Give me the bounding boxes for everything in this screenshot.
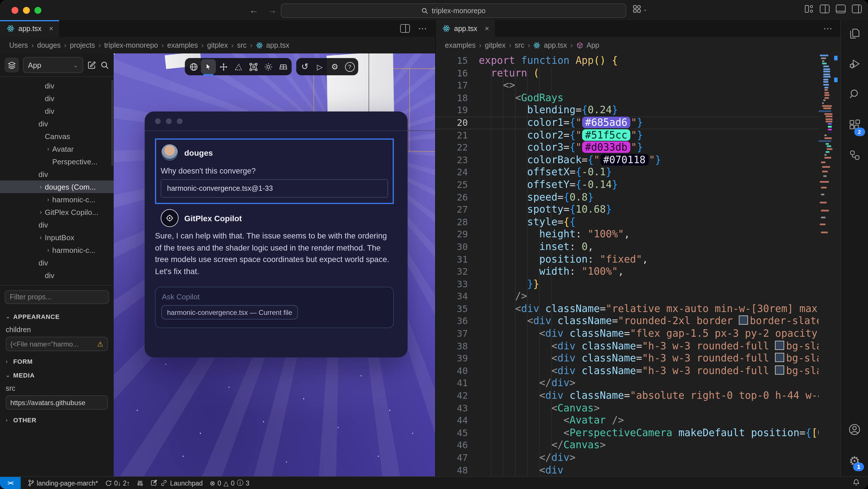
code-line[interactable]: 38 <div className="h-3 w-3 rounded-full … [436, 340, 818, 352]
code-line[interactable]: 40 <div className="h-3 w-3 rounded-full … [436, 365, 818, 377]
references-icon[interactable] [848, 149, 861, 164]
code-line[interactable]: 22 color3={"#d033db"} [436, 141, 818, 154]
traffic-close-button[interactable] [11, 7, 19, 13]
code-line[interactable]: 21 color2={"#51f5cc"} [436, 129, 818, 141]
tree-item[interactable]: div [0, 218, 114, 231]
profiles-button[interactable]: ⌄ [632, 5, 647, 13]
breadcrumb-item[interactable]: Users [9, 41, 28, 49]
tree-item[interactable]: ›GitPlex Copilo... [0, 206, 114, 218]
component-select[interactable]: App ⌄ [23, 57, 83, 73]
tree-item[interactable]: ›Avatar [0, 143, 114, 155]
tree-item[interactable]: div [0, 117, 114, 130]
settings-button[interactable]: ⚙︎ [327, 59, 342, 74]
code-line[interactable]: 47 </div> [436, 452, 818, 464]
current-file-chip[interactable]: harmonic-convergence.tsx — Current file [161, 305, 298, 319]
code-line[interactable]: 32 width: "100%", [436, 265, 818, 278]
code-line[interactable]: 28 style={{ [436, 216, 818, 228]
code-line[interactable]: 44 <Avatar /> [436, 414, 818, 427]
tree-item[interactable]: ›harmonic-c... [0, 193, 114, 206]
breadcrumb-item[interactable]: src [515, 41, 524, 49]
chevron-right-icon[interactable]: › [37, 209, 45, 215]
scale-tool-button[interactable] [231, 59, 246, 74]
extensions-icon[interactable]: 2 [848, 118, 861, 133]
ask-copilot-input[interactable]: Ask Copilot harmonic-convergence.tsx — C… [155, 287, 394, 328]
code-line[interactable]: 17 <> [436, 79, 818, 92]
overview-ruler[interactable] [832, 53, 840, 477]
tree-item[interactable]: div [0, 256, 114, 269]
tree-item[interactable]: ›douges (Com... [0, 180, 114, 193]
forward-button[interactable]: → [268, 5, 277, 15]
breadcrumb-item[interactable]: gitplex [207, 41, 228, 49]
breadcrumb-item[interactable]: src [237, 41, 247, 49]
tree-item[interactable]: div [0, 79, 114, 92]
transform-tool-button[interactable] [246, 59, 260, 74]
search-elements-button[interactable] [100, 61, 109, 69]
more-actions-icon[interactable]: ⋯ [418, 23, 428, 34]
tab-close-icon[interactable]: × [49, 24, 53, 33]
code-line[interactable]: 29 height: "100%", [436, 228, 818, 241]
traffic-zoom-button[interactable] [34, 7, 41, 13]
launchpad-status[interactable]: Launchpad [151, 479, 203, 487]
filter-props-input[interactable]: Filter props... [5, 290, 109, 304]
toggle-secondary-sidebar-button[interactable] [852, 5, 862, 13]
code-editor[interactable]: 15export function App() {16 return (17 <… [436, 53, 818, 477]
section-other[interactable]: › OTHER [6, 416, 108, 424]
tree-item[interactable]: ›InputBox [0, 231, 114, 243]
code-line[interactable]: 39 <div className="h-3 w-3 rounded-full … [436, 352, 818, 365]
breadcrumb-item[interactable]: projects [70, 41, 95, 49]
back-button[interactable]: ← [249, 5, 258, 15]
code-line[interactable]: 42 <div className="absolute right-0 top-… [436, 390, 818, 402]
tab-close-icon[interactable]: × [485, 24, 489, 33]
file-reference-chip[interactable]: harmonic-convergence.tsx@1-33 [161, 179, 388, 198]
settings-gear-icon[interactable]: ⚙︎ 1 [849, 454, 860, 468]
code-line[interactable]: 27 spotty={10.68} [436, 203, 818, 216]
tree-item[interactable]: div [0, 92, 114, 105]
tree-item[interactable]: div [0, 168, 114, 180]
tree-item[interactable]: ›harmonic-c... [0, 243, 114, 256]
code-line[interactable]: 18 <GodRays [436, 92, 818, 104]
code-line[interactable]: 24 offsetX={-0.1} [436, 166, 818, 179]
layers-button[interactable] [5, 57, 19, 73]
select-tool-button[interactable] [201, 59, 216, 74]
breadcrumb-item[interactable]: triplex-monorepo [104, 41, 158, 49]
code-line[interactable]: 45 <PerspectiveCamera makeDefault positi… [436, 427, 818, 439]
prop-src-input[interactable]: https://avatars.githubuse [6, 395, 108, 410]
code-line[interactable]: 15export function App() { [436, 55, 818, 67]
search-icon[interactable] [848, 88, 861, 103]
notifications-bell-icon[interactable] [852, 479, 860, 487]
toggle-sidebar-button[interactable] [820, 5, 830, 13]
code-line[interactable]: 31 position: "fixed", [436, 253, 818, 265]
section-media[interactable]: ⌄ MEDIA [6, 372, 108, 379]
explorer-icon[interactable] [848, 27, 861, 42]
move-tool-button[interactable] [216, 59, 231, 74]
breadcrumb-item[interactable]: douges [37, 41, 61, 49]
tab-app-tsx-editor[interactable]: app.tsx × [436, 20, 495, 37]
breadcrumb-item[interactable]: examples [445, 41, 476, 49]
help-button[interactable]: ? [342, 59, 357, 74]
minimap[interactable] [818, 53, 832, 477]
tree-item[interactable]: Perspective... [0, 155, 114, 168]
play-button[interactable]: ▷ [312, 59, 327, 74]
breadcrumb-item[interactable]: App [586, 41, 599, 49]
camera-frustum-button[interactable] [276, 59, 290, 74]
code-line[interactable]: 20 color1={"#685ad6"} [436, 117, 818, 129]
code-line[interactable]: 46 </Canvas> [436, 439, 818, 452]
traffic-minimize-button[interactable] [23, 7, 30, 13]
breadcrumb-item[interactable]: gitplex [485, 41, 505, 49]
world-mode-button[interactable] [186, 59, 201, 74]
code-line[interactable]: 34 /> [436, 290, 818, 303]
chevron-right-icon[interactable]: › [44, 247, 52, 253]
run-debug-icon[interactable] [848, 57, 861, 73]
editor-breadcrumb[interactable]: examples› gitplex› src› app.tsx› App [436, 37, 840, 53]
customize-layout-button[interactable] [805, 5, 813, 12]
account-icon[interactable] [848, 423, 861, 438]
code-line[interactable]: 19 blending={0.24} [436, 104, 818, 117]
left-breadcrumb[interactable]: Users› douges› projects› triplex-monorep… [0, 37, 435, 53]
breadcrumb-item[interactable]: app.tsx [544, 41, 567, 49]
code-line[interactable]: 30 inset: 0, [436, 241, 818, 253]
breadcrumb-item[interactable]: app.tsx [266, 41, 289, 49]
code-line[interactable]: 37 <div className="flex gap-1.5 px-3 py-… [436, 327, 818, 340]
chevron-right-icon[interactable]: › [44, 145, 52, 152]
split-editor-icon[interactable] [400, 24, 410, 33]
tune-button[interactable] [137, 480, 144, 486]
